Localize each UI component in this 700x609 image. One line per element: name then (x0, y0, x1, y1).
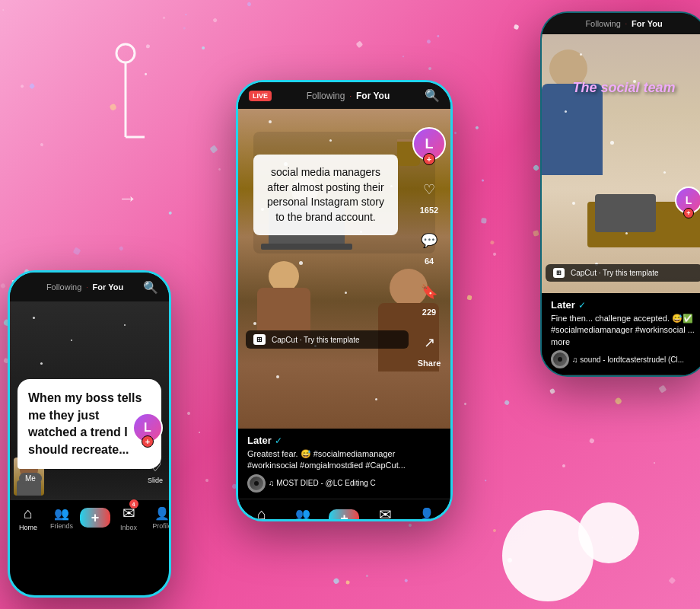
center-capcut-text: CapCut · Try this template (272, 336, 360, 344)
left-home-label: Home (19, 524, 37, 531)
center-bottom-nav: ⌂ Home 👥 Friends + ✉ Inbox 👤 Profile (238, 499, 450, 521)
center-bookmark-count: 229 (422, 308, 436, 317)
right-capcut-text: CapCut · Try this template (571, 269, 659, 277)
center-bookmark-btn[interactable]: 🔖 229 (415, 278, 443, 317)
me-label: Me (19, 473, 42, 484)
right-music-text: ♫ sound - lordtcasterstrudel (Cl... (572, 356, 684, 364)
center-capcut-banner[interactable]: ⊞ CapCut · Try this template (246, 330, 409, 349)
left-nav-profile[interactable]: 👤 Profile (145, 506, 171, 530)
left-avatar[interactable]: L + (132, 413, 163, 443)
svg-point-0 (116, 44, 135, 62)
center-caption-box: social media managers after almost posti… (253, 155, 398, 235)
right-music-row: ♫ sound - lordtcasterstrudel (Cl... (551, 350, 697, 368)
center-comment-count: 64 (425, 257, 434, 266)
center-nav-add[interactable]: + (327, 509, 361, 521)
right-music-disc (551, 350, 569, 368)
center-desc-text: Greatest fear. 😅 #socialmediamanager #wo… (247, 448, 441, 472)
left-plus-badge: + (142, 435, 154, 448)
center-verified-badge: ✓ (275, 435, 282, 446)
center-caption-text: social media managers after almost posti… (266, 165, 386, 225)
right-capcut-banner[interactable]: ⊞ CapCut · Try this template (546, 264, 700, 282)
center-like-icon: ♡ (415, 176, 443, 203)
center-add-icon: + (340, 511, 348, 521)
left-search-icon[interactable]: 🔍 (143, 280, 158, 295)
right-avatar[interactable]: L + (675, 187, 700, 214)
left-home-icon: ⌂ (24, 505, 33, 522)
center-phone-topbar: LIVE Following · For You 🔍 (238, 82, 450, 109)
right-username[interactable]: Later (551, 299, 575, 311)
center-plus-badge[interactable]: + (423, 153, 435, 165)
key-icon (107, 38, 145, 163)
left-video-area: When my boss tells me they just watched … (10, 301, 169, 499)
center-music-disc (247, 474, 266, 493)
center-comment-btn[interactable]: 💬 64 (415, 227, 443, 266)
left-nav-friends[interactable]: 👥 Friends (45, 506, 78, 530)
right-video-area: The social team ⊞ CapCut · Try this temp… (542, 34, 700, 293)
left-add-btn[interactable]: + (80, 508, 110, 528)
center-search-icon[interactable]: 🔍 (425, 88, 440, 103)
center-profile-icon: 👤 (419, 507, 434, 521)
right-verified-badge: ✓ (578, 300, 586, 311)
center-separator: · (349, 92, 352, 100)
left-for-you-label[interactable]: For You (93, 282, 124, 292)
right-for-you-label[interactable]: For You (632, 19, 663, 28)
right-capcut-logo: ⊞ (553, 268, 565, 278)
center-share-label: Share (418, 359, 441, 368)
center-video-area: social media managers after almost posti… (238, 109, 450, 429)
center-bookmark-icon: 🔖 (415, 278, 443, 305)
center-live-badge[interactable]: LIVE (249, 91, 272, 101)
left-add-icon: + (91, 510, 100, 526)
center-avatar[interactable]: L + (412, 127, 446, 161)
right-phone-topbar: Following · For You (542, 13, 700, 34)
center-home-icon: ⌂ (257, 505, 266, 521)
left-nav-inbox[interactable]: ✉4 Inbox (112, 504, 145, 531)
center-share-icon: ↗ (415, 329, 443, 356)
center-music-row: ♫ MOST DIED - @LC Editing C (247, 474, 441, 493)
phone-left: Following · For You 🔍 When my boss tells… (8, 270, 171, 598)
center-video-desc: Later ✓ Greatest fear. 😅 #socialmediaman… (238, 429, 450, 499)
right-username-row: Later ✓ (551, 299, 697, 311)
left-profile-icon: 👤 (154, 506, 170, 521)
right-social-team-text: The social team (546, 80, 700, 96)
center-following-label[interactable]: Following (307, 91, 345, 101)
left-following-label[interactable]: Following (46, 282, 81, 292)
left-phone-topbar: Following · For You 🔍 (10, 273, 169, 301)
center-inbox-icon: ✉ (379, 505, 392, 521)
right-nav-links[interactable]: Following · For You (585, 19, 662, 28)
left-like-icon[interactable]: ♡ (148, 457, 162, 475)
center-add-btn[interactable]: + (329, 509, 359, 521)
left-nav-links[interactable]: Following · For You (46, 282, 123, 292)
right-video-desc: Later ✓ Fine then... challenge accepted.… (542, 293, 700, 375)
center-nav-links[interactable]: Following · For You (307, 91, 390, 101)
phone-center: LIVE Following · For You 🔍 (236, 80, 453, 521)
center-username[interactable]: Later (247, 435, 272, 446)
center-like-btn[interactable]: ♡ 1652 (415, 176, 443, 215)
center-capcut-logo: ⊞ (253, 334, 266, 345)
phone-right: Following · For You The social tea (540, 11, 700, 377)
right-plus-badge: + (683, 208, 694, 218)
right-following-label[interactable]: Following (585, 19, 620, 28)
center-like-count: 1652 (420, 206, 438, 215)
arrow-right-icon: → (118, 187, 138, 210)
center-comment-icon: 💬 (415, 227, 443, 254)
right-desc-text: Fine then... challenge accepted. 😅✅ #soc… (551, 313, 697, 348)
left-friends-icon: 👥 (54, 506, 69, 521)
left-nav-add[interactable]: + (78, 508, 112, 528)
center-music-text: ♫ MOST DIED - @LC Editing C (269, 479, 376, 487)
left-like-count: Slide (148, 477, 163, 484)
left-inbox-label: Inbox (120, 524, 137, 531)
center-side-actions: L + ♡ 1652 💬 64 🔖 229 ↗ Share (412, 127, 446, 368)
center-nav-friends[interactable]: 👥 Friends (286, 507, 320, 521)
center-nav-inbox[interactable]: ✉ Inbox (369, 505, 402, 521)
decorative-circle-2 (578, 502, 639, 563)
center-friends-icon: 👥 (295, 507, 310, 521)
left-bottom-nav: ⌂ Home 👥 Friends + ✉4 Inbox 👤 Profile (10, 499, 169, 535)
center-share-btn[interactable]: ↗ Share (415, 329, 443, 368)
left-separator: · (86, 284, 88, 291)
left-inbox-icon: ✉4 (123, 504, 135, 522)
center-for-you-label[interactable]: For You (356, 91, 390, 101)
left-nav-home[interactable]: ⌂ Home (11, 505, 45, 531)
center-username-row: Later ✓ (247, 435, 441, 446)
right-separator: · (625, 21, 627, 27)
left-profile-label: Profile (152, 522, 171, 530)
